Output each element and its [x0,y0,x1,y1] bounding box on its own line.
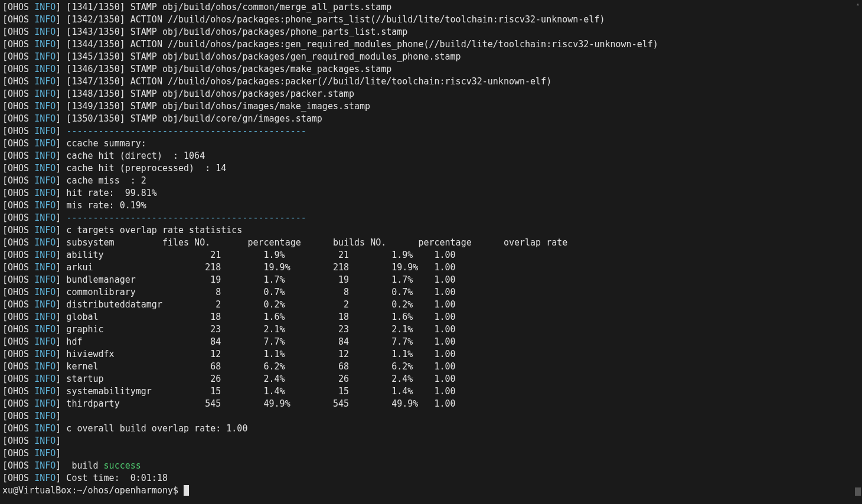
ccache-hit-direct: [OHOS INFO] cache hit (direct) : 1064 [2,150,860,162]
log-blank: [OHOS INFO] [2,435,860,447]
stats-header: [OHOS INFO] subsystem files NO. percenta… [2,237,860,249]
overall-rate: [OHOS INFO] c overall build overlap rate… [2,423,860,435]
stats-row: [OHOS INFO] ability 21 1.9% 21 1.9% 1.00 [2,249,860,261]
log-line: [OHOS INFO] [1346/1350] STAMP obj/build/… [2,63,860,76]
stats-row: [OHOS INFO] hdf 84 7.7% 84 7.7% 1.00 [2,336,860,348]
log-divider: [OHOS INFO] ----------------------------… [2,212,860,224]
ccache-miss: [OHOS INFO] cache miss : 2 [2,175,860,187]
stats-row: [OHOS INFO] distributeddatamgr 2 0.2% 2 … [2,299,860,311]
log-line: [OHOS INFO] [1342/1350] ACTION //build/o… [2,14,860,26]
stats-row: [OHOS INFO] startup 26 2.4% 26 2.4% 1.00 [2,373,860,385]
ccache-hit-rate: [OHOS INFO] hit rate: 99.81% [2,187,860,199]
log-blank: [OHOS INFO] [2,447,860,460]
stats-row: [OHOS INFO] systemabilitymgr 15 1.4% 15 … [2,385,860,398]
stats-title: [OHOS INFO] c targets overlap rate stati… [2,224,860,237]
stats-row: [OHOS INFO] arkui 218 19.9% 218 19.9% 1.… [2,261,860,274]
log-line: [OHOS INFO] [1343/1350] STAMP obj/build/… [2,26,860,38]
cursor-icon [184,485,189,496]
scroll-up-arrow[interactable]: ▴ [854,0,862,8]
stats-row: [OHOS INFO] thirdparty 545 49.9% 545 49.… [2,398,860,410]
log-line: [OHOS INFO] [1348/1350] STAMP obj/build/… [2,88,860,100]
log-line: [OHOS INFO] [1341/1350] STAMP obj/build/… [2,1,860,14]
terminal-output[interactable]: [OHOS INFO] [1341/1350] STAMP obj/build/… [0,0,862,498]
stats-row: [OHOS INFO] commonlibrary 8 0.7% 8 0.7% … [2,286,860,299]
stats-row: [OHOS INFO] graphic 23 2.1% 23 2.1% 1.00 [2,323,860,336]
log-blank: [OHOS INFO] [2,410,860,423]
stats-row: [OHOS INFO] hiviewdfx 12 1.1% 12 1.1% 1.… [2,348,860,361]
ccache-hit-preprocessed: [OHOS INFO] cache hit (preprocessed) : 1… [2,162,860,175]
scroll-thumb[interactable] [855,487,861,496]
shell-prompt[interactable]: xu@VirtualBox:~/ohos/openharmony$ [2,485,860,497]
ccache-summary: [OHOS INFO] ccache summary: [2,138,860,150]
cost-time: [OHOS INFO] Cost time: 0:01:18 [2,472,860,485]
scrollbar[interactable]: ▴ [854,0,862,504]
stats-row: [OHOS INFO] bundlemanager 19 1.7% 19 1.7… [2,274,860,286]
stats-row: [OHOS INFO] kernel 68 6.2% 68 6.2% 1.00 [2,361,860,373]
build-status-line: [OHOS INFO] build success [2,460,860,472]
log-divider: [OHOS INFO] ----------------------------… [2,125,860,138]
stats-row: [OHOS INFO] global 18 1.6% 18 1.6% 1.00 [2,311,860,323]
ccache-mis-rate: [OHOS INFO] mis rate: 0.19% [2,199,860,212]
log-line: [OHOS INFO] [1344/1350] ACTION //build/o… [2,38,860,51]
log-line: [OHOS INFO] [1345/1350] STAMP obj/build/… [2,51,860,63]
log-line: [OHOS INFO] [1349/1350] STAMP obj/build/… [2,100,860,113]
log-line: [OHOS INFO] [1350/1350] STAMP obj/build/… [2,113,860,125]
log-line: [OHOS INFO] [1347/1350] ACTION //build/o… [2,76,860,88]
